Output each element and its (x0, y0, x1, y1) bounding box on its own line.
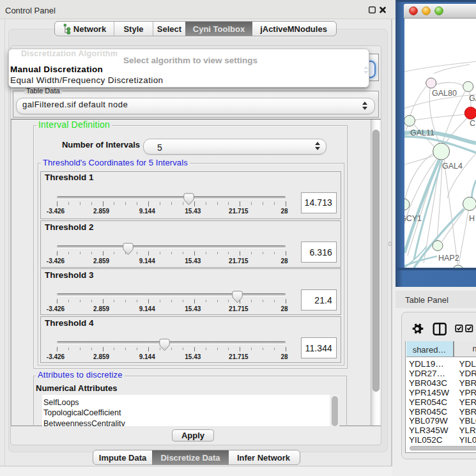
svg-text:GAL11: GAL11 (410, 128, 434, 137)
svg-text:GA: GA (469, 94, 476, 103)
svg-text:C: C (470, 119, 475, 128)
svg-text:GAL80: GAL80 (432, 89, 457, 98)
svg-text:GAL4: GAL4 (442, 162, 463, 171)
svg-text:H: H (469, 214, 475, 223)
svg-text:GCY1: GCY1 (404, 214, 422, 223)
svg-text:HAP2: HAP2 (438, 254, 459, 263)
